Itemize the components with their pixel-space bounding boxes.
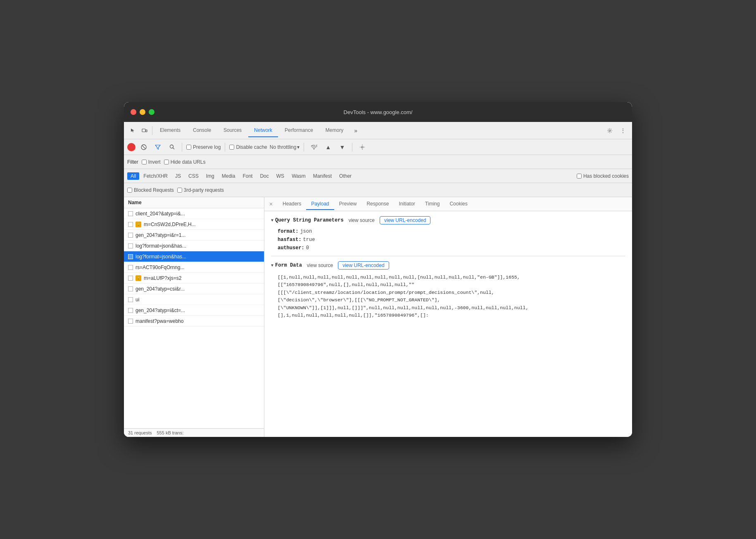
tab-preview[interactable]: Preview xyxy=(334,198,362,210)
type-btn-manifest[interactable]: Manifest xyxy=(310,172,335,180)
window-title: DevTools - www.google.com/ xyxy=(344,109,413,115)
third-party-label[interactable]: 3rd-party requests xyxy=(177,187,224,193)
preserve-log-label[interactable]: Preserve log xyxy=(186,144,221,150)
toolbar-right: ⋮ xyxy=(604,125,629,136)
req-name: ui xyxy=(136,297,260,303)
network-settings-icon[interactable] xyxy=(357,141,368,153)
list-item[interactable]: manifest?pwa=webho xyxy=(124,316,264,327)
type-btn-font[interactable]: Font xyxy=(239,172,256,180)
type-btn-css[interactable]: CSS xyxy=(185,172,202,180)
upload-icon[interactable]: ▲ xyxy=(322,141,334,153)
req-name: log?format=json&has... xyxy=(136,254,260,260)
has-blocked-cookies-checkbox[interactable] xyxy=(577,174,582,179)
invert-checkbox[interactable] xyxy=(142,160,147,165)
tab-headers[interactable]: Headers xyxy=(278,198,306,210)
download-icon[interactable]: ▼ xyxy=(336,141,348,153)
type-btn-other[interactable]: Other xyxy=(336,172,355,180)
maximize-button[interactable] xyxy=(149,109,155,115)
throttle-select[interactable]: No throttling ▾ xyxy=(270,144,300,150)
form-data-title: ▼ Form Data xyxy=(271,262,302,268)
device-toggle-icon[interactable] xyxy=(139,125,150,136)
form-view-source-btn[interactable]: view source xyxy=(307,262,333,268)
has-blocked-cookies-label[interactable]: Has blocked cookies xyxy=(577,173,629,179)
type-btn-media[interactable]: Media xyxy=(219,172,239,180)
req-checkbox[interactable] xyxy=(128,265,133,270)
list-item[interactable]: client_204?&atyp=i&... xyxy=(124,208,264,219)
req-checkbox[interactable] xyxy=(128,243,133,248)
req-checkbox[interactable] xyxy=(128,276,133,281)
tab-elements[interactable]: Elements xyxy=(154,124,186,137)
minimize-button[interactable] xyxy=(140,109,145,115)
type-btn-doc[interactable]: Doc xyxy=(257,172,272,180)
req-checkbox[interactable] xyxy=(128,233,133,238)
requests-header: Name xyxy=(124,197,264,208)
param-row: format: json xyxy=(278,229,625,234)
more-options-icon[interactable]: ⋮ xyxy=(617,125,629,136)
svg-line-4 xyxy=(143,145,145,148)
filter-icon[interactable] xyxy=(152,141,164,153)
stop-icon[interactable] xyxy=(138,141,150,153)
transfer-size: 555 kB trans: xyxy=(157,430,183,435)
req-name: log?format=json&has... xyxy=(136,243,260,249)
list-item[interactable]: gen_204?atyp=i&r=1... xyxy=(124,230,264,241)
blocked-requests-checkbox[interactable] xyxy=(127,188,132,193)
svg-rect-0 xyxy=(142,129,145,132)
tab-performance[interactable]: Performance xyxy=(279,124,319,137)
type-btn-all[interactable]: All xyxy=(127,172,139,180)
tab-sources[interactable]: Sources xyxy=(218,124,247,137)
query-view-source-btn[interactable]: view source xyxy=(349,217,375,223)
close-button[interactable] xyxy=(131,109,136,115)
hide-data-urls-checkbox[interactable] xyxy=(164,160,169,165)
req-checkbox[interactable] xyxy=(128,211,133,216)
preserve-log-checkbox[interactable] xyxy=(186,145,191,150)
req-checkbox[interactable] xyxy=(128,222,133,227)
chevron-down-icon: ▾ xyxy=(297,144,300,150)
blocked-requests-label[interactable]: Blocked Requests xyxy=(127,187,174,193)
req-checkbox[interactable] xyxy=(128,286,133,291)
req-checkbox[interactable] xyxy=(128,308,133,313)
list-item[interactable]: log?format=json&has... xyxy=(124,241,264,251)
disable-cache-label[interactable]: Disable cache xyxy=(229,144,267,150)
tab-timing[interactable]: Timing xyxy=(420,198,445,210)
req-checkbox[interactable] xyxy=(128,254,133,259)
third-party-checkbox[interactable] xyxy=(177,188,182,193)
list-item[interactable]: 🔒 m=aLUfP?xjs=s2 xyxy=(124,273,264,284)
invert-label[interactable]: Invert xyxy=(142,159,161,165)
tab-network[interactable]: Network xyxy=(248,124,278,137)
form-view-url-encoded-btn[interactable]: view URL-encoded xyxy=(338,261,389,270)
type-btn-js[interactable]: JS xyxy=(172,172,184,180)
list-item[interactable]: gen_204?atyp=i&ct=... xyxy=(124,305,264,316)
search-icon[interactable] xyxy=(166,141,178,153)
record-button[interactable] xyxy=(127,143,136,151)
req-checkbox[interactable] xyxy=(128,319,133,324)
tab-initiator[interactable]: Initiator xyxy=(394,198,420,210)
type-btn-img[interactable]: Img xyxy=(203,172,218,180)
wifi-icon[interactable]: ⚙ xyxy=(308,141,320,153)
close-tab-icon[interactable]: ✕ xyxy=(268,201,274,207)
list-item[interactable]: ui xyxy=(124,294,264,305)
list-item[interactable]: gen_204?atyp=csi&r... xyxy=(124,284,264,294)
type-btn-fetch-xhr[interactable]: Fetch/XHR xyxy=(140,172,171,180)
list-item[interactable]: rs=ACT90oFqOrnng... xyxy=(124,262,264,273)
req-checkbox[interactable] xyxy=(128,297,133,302)
req-name: manifest?pwa=webho xyxy=(136,318,260,324)
cursor-icon[interactable] xyxy=(127,125,139,136)
list-item[interactable]: 🔒 m=CnSW2d,DPreE,H... xyxy=(124,219,264,230)
tab-cookies[interactable]: Cookies xyxy=(445,198,472,210)
settings-icon[interactable] xyxy=(604,125,616,136)
filter-bar: Filter Invert Hide data URLs xyxy=(124,155,632,169)
tab-console[interactable]: Console xyxy=(187,124,217,137)
left-panel: Name client_204?&atyp=i&... 🔒 m=CnSW2d,D… xyxy=(124,197,264,437)
list-item-selected[interactable]: log?format=json&has... xyxy=(124,251,264,262)
disable-cache-checkbox[interactable] xyxy=(229,145,234,150)
type-btn-wasm[interactable]: Wasm xyxy=(288,172,309,180)
more-tabs-btn[interactable]: » xyxy=(350,125,361,136)
type-btn-ws[interactable]: WS xyxy=(273,172,288,180)
tab-memory[interactable]: Memory xyxy=(320,124,349,137)
tab-response[interactable]: Response xyxy=(361,198,394,210)
tab-payload[interactable]: Payload xyxy=(306,198,334,210)
query-view-url-encoded-btn[interactable]: view URL-encoded xyxy=(380,216,430,224)
lock-icon: 🔒 xyxy=(136,275,141,281)
hide-data-urls-label[interactable]: Hide data URLs xyxy=(164,159,206,165)
svg-line-6 xyxy=(173,148,174,150)
